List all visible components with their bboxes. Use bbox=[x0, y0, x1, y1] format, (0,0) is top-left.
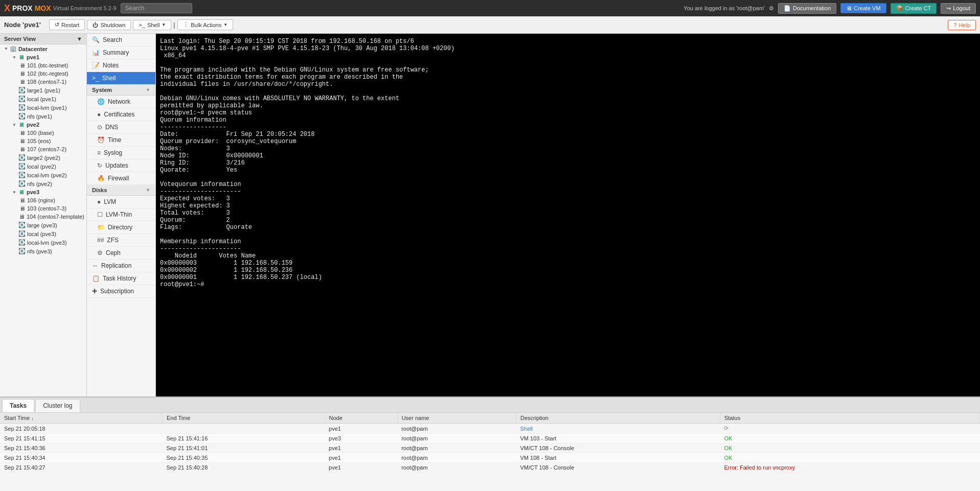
node-title: Node 'pve1' bbox=[4, 21, 41, 29]
nav-item-summary[interactable]: 📊Summary bbox=[87, 46, 155, 59]
tree-item-105[interactable]: 🖥105 (eos) bbox=[16, 137, 86, 145]
tree-node-pve3[interactable]: ▼🖥pve3🖥106 (nginx)🖥103 (centos7-3)🖥104 (… bbox=[8, 188, 86, 255]
tree-item-nfs-pve2[interactable]: 💽nfs (pve2) bbox=[16, 179, 86, 188]
nav-item-label: LVM-Thin bbox=[106, 211, 132, 218]
vm-label: local-lvm (pve1) bbox=[27, 105, 67, 111]
nav-item-network[interactable]: 🌐Network bbox=[87, 96, 155, 108]
nav-item-notes[interactable]: 📝Notes bbox=[87, 59, 155, 72]
tree-item-local-pve2[interactable]: 💽local (pve2) bbox=[16, 162, 86, 171]
tree-node-pve1[interactable]: ▼🖥pve1🖥101 (btc-testnet)🖥102 (btc-regtes… bbox=[8, 53, 86, 121]
nav-group-disks[interactable]: Disks▼ bbox=[87, 185, 155, 196]
tree-item-101[interactable]: 🖥101 (btc-testnet) bbox=[16, 61, 86, 69]
tree-item-large2[interactable]: 💽large2 (pve2) bbox=[16, 153, 86, 162]
tree-item-local[interactable]: 💽local (pve1) bbox=[16, 95, 86, 103]
tree-item-nfs[interactable]: 💽nfs (pve1) bbox=[16, 112, 86, 121]
tree-item-108[interactable]: 🖥108 (centos7-1) bbox=[16, 78, 86, 86]
create-ct-button[interactable]: 📦 Create CT bbox=[891, 3, 937, 14]
shell-button[interactable]: >_ Shell ▼ bbox=[133, 20, 171, 30]
nav-item-syslog[interactable]: ≡Syslog bbox=[87, 147, 155, 159]
tree-node-children-pve2: 🖥100 (base)🖥105 (eos)🖥107 (centos7-2)💽la… bbox=[10, 129, 86, 188]
bottom-tab-cluster-log[interactable]: Cluster log bbox=[35, 399, 80, 412]
table-row[interactable]: Sep 21 20:05:18pve1root@pamShell⟳ bbox=[0, 424, 980, 434]
search-input[interactable] bbox=[121, 3, 192, 13]
shell-icon: >_ bbox=[139, 22, 145, 28]
nav-item-lvm-thin[interactable]: ☐LVM-Thin bbox=[87, 208, 155, 221]
nav-icon-subscription: ✚ bbox=[92, 288, 97, 295]
documentation-button[interactable]: 📄 Documentation bbox=[778, 3, 836, 14]
table-cell: Sep 21 15:40:34 bbox=[0, 453, 163, 463]
tree-item-local-lvm-pve2[interactable]: 💽local-lvm (pve2) bbox=[16, 171, 86, 179]
bottom-tab-tasks[interactable]: Tasks bbox=[2, 399, 34, 412]
tree-node-item-pve1[interactable]: ▼🖥pve1 bbox=[10, 53, 86, 61]
nav-group-arrow-icon: ▼ bbox=[146, 188, 150, 193]
nav-item-zfs[interactable]: ##ZFS bbox=[87, 234, 155, 247]
tree-item-104[interactable]: 🖥104 (centos7-template) bbox=[16, 213, 86, 221]
tree-item-100[interactable]: 🖥100 (base) bbox=[16, 129, 86, 137]
col-header-node[interactable]: Node bbox=[325, 413, 397, 424]
node-label: pve3 bbox=[27, 189, 39, 195]
terminal-area[interactable]: Last login: Thu Sep 20 09:15:19 CST 2018… bbox=[156, 34, 980, 396]
tree-item-nfs-pve3[interactable]: 💽nfs (pve3) bbox=[16, 247, 86, 255]
nav-item-replication[interactable]: ↔Replication bbox=[87, 260, 155, 272]
col-header-description[interactable]: Description bbox=[516, 413, 720, 424]
shutdown-button[interactable]: ⏻ Shutdown bbox=[87, 20, 131, 30]
tree-node-item-pve2[interactable]: ▼🖥pve2 bbox=[10, 121, 86, 129]
nav-group-system[interactable]: System▼ bbox=[87, 85, 155, 96]
nav-item-dns[interactable]: ⊙DNS bbox=[87, 121, 155, 134]
datacenter-item[interactable]: ▼ 🏢 Datacenter bbox=[2, 44, 86, 53]
table-row[interactable]: Sep 21 15:40:36Sep 21 15:41:01pve1root@p… bbox=[0, 443, 980, 453]
tree-item-107[interactable]: 🖥107 (centos7-2) bbox=[16, 145, 86, 153]
help-button[interactable]: ? Help bbox=[948, 20, 976, 30]
col-header-user-name[interactable]: User name bbox=[397, 413, 516, 424]
table-cell: root@pam bbox=[397, 434, 516, 443]
nav-icon-certificates: ● bbox=[97, 111, 101, 118]
tree-item-large-pve3[interactable]: 💽large (pve3) bbox=[16, 221, 86, 229]
bulk-actions-button[interactable]: ⋮ Bulk Actions ▼ bbox=[177, 19, 233, 30]
tree-item-large1[interactable]: 💽large1 (pve1) bbox=[16, 86, 86, 95]
nav-icon-directory: 📁 bbox=[97, 224, 105, 231]
nav-icon-firewall: 🔥 bbox=[97, 175, 105, 182]
nav-item-firewall[interactable]: 🔥Firewall bbox=[87, 172, 155, 185]
nav-item-shell[interactable]: >_Shell bbox=[87, 72, 155, 85]
nav-item-task-history[interactable]: 📋Task History bbox=[87, 272, 155, 285]
table-row[interactable]: Sep 21 15:41:15Sep 21 15:41:16pve3root@p… bbox=[0, 434, 980, 443]
col-header-status[interactable]: Status bbox=[720, 413, 979, 424]
nav-icon-shell: >_ bbox=[92, 75, 99, 82]
gear-icon[interactable] bbox=[769, 5, 774, 12]
table-row[interactable]: Sep 21 15:40:34Sep 21 15:40:35pve1root@p… bbox=[0, 453, 980, 463]
vm-label: local (pve1) bbox=[27, 96, 56, 102]
tree-datacenter[interactable]: ▼ 🏢 Datacenter ▼🖥pve1🖥101 (btc-testnet)🖥… bbox=[0, 44, 86, 255]
vm-label: large2 (pve2) bbox=[27, 155, 60, 161]
create-ct-icon: 📦 bbox=[896, 5, 903, 12]
vm-label: 108 (centos7-1) bbox=[27, 79, 66, 85]
tree-item-local-lvm[interactable]: 💽local-lvm (pve1) bbox=[16, 103, 86, 112]
nav-item-label: Notes bbox=[103, 62, 119, 69]
nav-item-ceph[interactable]: ⚙Ceph bbox=[87, 247, 155, 260]
vm-icon: 🖥 bbox=[18, 205, 26, 212]
tree-item-102[interactable]: 🖥102 (btc-regtest) bbox=[16, 69, 86, 78]
create-vm-button[interactable]: 🖥 Create VM bbox=[840, 3, 886, 13]
col-header-end-time[interactable]: End Time bbox=[163, 413, 325, 424]
logout-button[interactable]: ↪ Logout bbox=[941, 3, 976, 14]
app-version: Virtual Environment 5.2-9 bbox=[53, 5, 117, 11]
tree-item-103[interactable]: 🖥103 (centos7-3) bbox=[16, 204, 86, 213]
tree-item-local-lvm-pve3[interactable]: 💽local-lvm (pve3) bbox=[16, 238, 86, 247]
tree-item-local-pve3[interactable]: 💽local (pve3) bbox=[16, 229, 86, 238]
nav-item-search[interactable]: 🔍Search bbox=[87, 34, 155, 46]
toolbar: Node 'pve1' ↺ Restart ⏻ Shutdown >_ Shel… bbox=[0, 16, 980, 34]
tree-item-106[interactable]: 🖥106 (nginx) bbox=[16, 196, 86, 204]
restart-button[interactable]: ↺ Restart bbox=[49, 19, 85, 30]
table-row[interactable]: Sep 21 15:40:27Sep 21 15:40:28pve1root@p… bbox=[0, 463, 980, 473]
tree-node-pve2[interactable]: ▼🖥pve2🖥100 (base)🖥105 (eos)🖥107 (centos7… bbox=[8, 121, 86, 188]
col-header-start-time[interactable]: Start Time ↓ bbox=[0, 413, 163, 424]
tree-node-item-pve3[interactable]: ▼🖥pve3 bbox=[10, 188, 86, 196]
server-view-dropdown-icon[interactable]: ▼ bbox=[77, 36, 82, 42]
nav-item-updates[interactable]: ↻Updates bbox=[87, 159, 155, 172]
nav-item-time[interactable]: ⏰Time bbox=[87, 134, 155, 147]
nav-item-lvm[interactable]: ●LVM bbox=[87, 196, 155, 208]
nav-item-subscription[interactable]: ✚Subscription bbox=[87, 285, 155, 298]
table-cell: VM 108 - Start bbox=[516, 453, 720, 463]
nav-item-certificates[interactable]: ●Certificates bbox=[87, 108, 155, 121]
nav-item-directory[interactable]: 📁Directory bbox=[87, 221, 155, 234]
table-body: Sep 21 20:05:18pve1root@pamShell⟳Sep 21 … bbox=[0, 424, 980, 473]
